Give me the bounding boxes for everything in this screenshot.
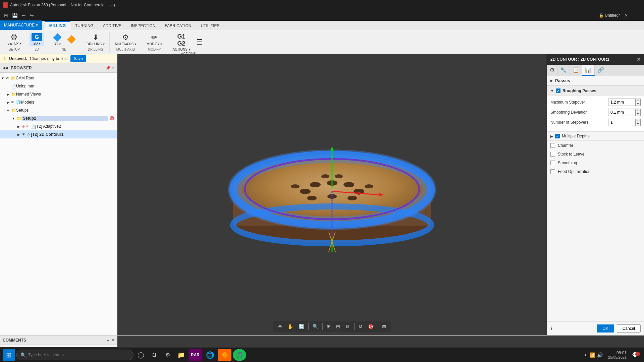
vp-grid-btn[interactable]: ⊞ (325, 322, 333, 330)
contour1-eye-icon[interactable]: 👁 (21, 132, 25, 137)
clock[interactable]: 08:01 25/05/2021 (608, 351, 627, 359)
taskbar-folder-btn[interactable]: 📁 (175, 349, 187, 361)
3d-btn[interactable]: 🔷 3D ▾ (51, 33, 64, 47)
info-icon[interactable]: ℹ (550, 326, 552, 331)
actions-list-btn[interactable]: ☰ (193, 37, 206, 47)
smoothing-deviation-down[interactable]: ▼ (636, 112, 640, 116)
taskbar-search[interactable]: 🔍 (16, 350, 133, 360)
vp-target-btn[interactable]: 🎯 (366, 322, 376, 330)
tree-item-cam-root[interactable]: 👁 📁 CAM Root (0, 74, 117, 82)
setup-btn[interactable]: ⚙ SETUP ▾ (5, 33, 23, 46)
contour1-arrow[interactable] (16, 132, 21, 137)
smoothing-row[interactable]: Smoothing (547, 159, 644, 167)
max-stepover-down[interactable]: ▼ (636, 102, 640, 106)
num-stepovers-down[interactable]: ▼ (636, 122, 640, 126)
start-button[interactable]: ⊞ (3, 349, 15, 361)
network-icon[interactable]: 📶 (589, 352, 595, 358)
max-stepover-input[interactable] (608, 99, 635, 105)
num-stepovers-input[interactable] (608, 119, 635, 125)
ok-button[interactable]: OK (597, 324, 614, 333)
add-comment-icon[interactable]: + (107, 338, 109, 343)
vp-look-btn[interactable]: 🔄 (297, 322, 306, 330)
modify-btn[interactable]: ✏ MODIFY ▾ (145, 33, 164, 47)
undo-icon[interactable]: ↩ (20, 12, 27, 19)
close-tab-icon[interactable]: ✕ (625, 13, 628, 18)
vp-orbit-btn[interactable]: ⊕ (276, 322, 284, 330)
browser-pin-icon[interactable]: 📌 (106, 66, 111, 70)
cam-root-eye[interactable]: 👁 (5, 76, 9, 80)
browser-menu-icon[interactable]: ≡ (112, 66, 114, 70)
smoothing-checkbox[interactable] (550, 161, 555, 165)
tree-item-setup2[interactable]: 📁 Setup2 🎯 (0, 114, 117, 122)
task-view-btn[interactable]: ◯ (135, 349, 147, 361)
tab-tool[interactable]: ⚙ (547, 65, 557, 76)
multiple-depths-checkbox[interactable] (555, 134, 560, 138)
comments-menu-icon[interactable]: ≡ (112, 338, 114, 343)
feed-optimization-row[interactable]: Feed Optimization (547, 167, 644, 176)
taskbar-chrome-btn[interactable]: 🌐 (203, 349, 217, 361)
tab-utilities[interactable]: UTILITIES (196, 21, 224, 30)
taskbar-settings-btn[interactable]: ⚙ (162, 349, 174, 361)
tree-item-models[interactable]: 👁 🧊 Models (0, 98, 117, 106)
grid-icon[interactable]: ⊞ (3, 12, 9, 19)
right-panel-close-btn[interactable]: ✕ (637, 57, 641, 62)
roughing-passes-header[interactable]: Roughing Passes (547, 86, 644, 96)
tab-milling[interactable]: MILLING (45, 21, 70, 30)
tray-arrow-icon[interactable]: ▲ (584, 353, 587, 357)
smoothing-deviation-up[interactable]: ▲ (636, 109, 640, 112)
vp-display-btn[interactable]: ⊟ (334, 322, 342, 330)
setup2-arrow[interactable] (11, 116, 16, 121)
vp-zoom-btn[interactable]: 🔍 (311, 322, 320, 330)
chamfer-checkbox[interactable] (550, 143, 555, 148)
chamfer-row[interactable]: Chamfer (547, 141, 644, 150)
actions-g1g2-btn[interactable]: G1G2 ACTIONS ▾ (170, 33, 192, 52)
named-views-arrow[interactable] (5, 92, 11, 97)
multiple-depths-header[interactable]: Multiple Depths (547, 132, 644, 141)
save-button[interactable]: Save (70, 55, 86, 62)
volume-icon[interactable]: 🔊 (597, 352, 603, 358)
vp-pan-btn[interactable]: ✋ (285, 322, 295, 330)
tree-item-named-views[interactable]: 📁 Named Views (0, 90, 117, 98)
max-stepover-up[interactable]: ▲ (636, 99, 640, 102)
adaptive2-arrow[interactable] (16, 124, 21, 129)
vp-filter-btn[interactable]: ⛃ (380, 322, 388, 330)
tab-turning[interactable]: TURNING (70, 21, 98, 30)
tree-item-contour1[interactable]: 👁 ◇ [T2] 2D Contour1 (0, 130, 117, 138)
smoothing-deviation-input[interactable] (608, 109, 635, 115)
stock-to-leave-checkbox[interactable] (550, 152, 555, 157)
tree-item-adaptive2[interactable]: ⚠ 👁 📄 [T2] Adaptive2 (0, 122, 117, 130)
num-stepovers-up[interactable]: ▲ (636, 119, 640, 122)
tree-item-units[interactable]: ▶ 📄 Units: mm (0, 82, 117, 90)
viewport[interactable]: ⊕ ✋ 🔄 🔍 ⊞ ⊟ 🖥 ↺ 🎯 ⛃ (117, 54, 547, 335)
cam-root-arrow[interactable] (0, 75, 5, 81)
tab-linking[interactable]: 🔗 (595, 65, 607, 76)
tab-inspection[interactable]: INSPECTION (126, 21, 160, 30)
taskbar-fusion-btn[interactable]: 🔶 (218, 349, 231, 361)
search-input[interactable] (28, 353, 129, 357)
models-eye[interactable]: 👁 (11, 100, 15, 105)
multiaxis-btn[interactable]: ⚙ MULTI-AXIS ▾ (113, 33, 138, 47)
tab-heights[interactable]: 📋 (570, 65, 582, 76)
tab-passes[interactable]: 📊 (582, 65, 595, 76)
save-icon[interactable]: 💾 (11, 12, 19, 19)
drilling-btn[interactable]: ⬇ DRILLING ▾ (85, 33, 107, 47)
feed-optimization-checkbox[interactable] (550, 169, 555, 174)
taskbar-file-btn[interactable]: 🗒 (148, 349, 160, 361)
taskbar-rar-btn[interactable]: RAR (189, 349, 202, 361)
tab-geometry[interactable]: 🔧 (557, 65, 570, 76)
roughing-passes-checkbox[interactable] (556, 88, 560, 93)
vp-camera-btn[interactable]: ↺ (357, 322, 365, 330)
setups-arrow[interactable] (5, 108, 11, 113)
stock-to-leave-row[interactable]: Stock to Leave (547, 150, 644, 159)
models-arrow[interactable] (5, 100, 11, 105)
taskbar-spotify-btn[interactable]: 🎵 (233, 349, 246, 361)
tab-additive[interactable]: ADDITIVE (98, 21, 126, 30)
2d-btn[interactable]: G 2D ▾ (30, 33, 44, 46)
cancel-button[interactable]: Cancel (617, 324, 641, 333)
manufacture-button[interactable]: MANUFACTURE ▾ (0, 20, 42, 30)
tree-item-setups[interactable]: 📁 Setups (0, 106, 117, 114)
redo-icon[interactable]: ↪ (29, 12, 35, 19)
passes-header[interactable]: Passes (547, 76, 644, 85)
vp-render-btn[interactable]: 🖥 (343, 322, 352, 330)
notification-btn[interactable]: 💬 3 (629, 352, 641, 358)
